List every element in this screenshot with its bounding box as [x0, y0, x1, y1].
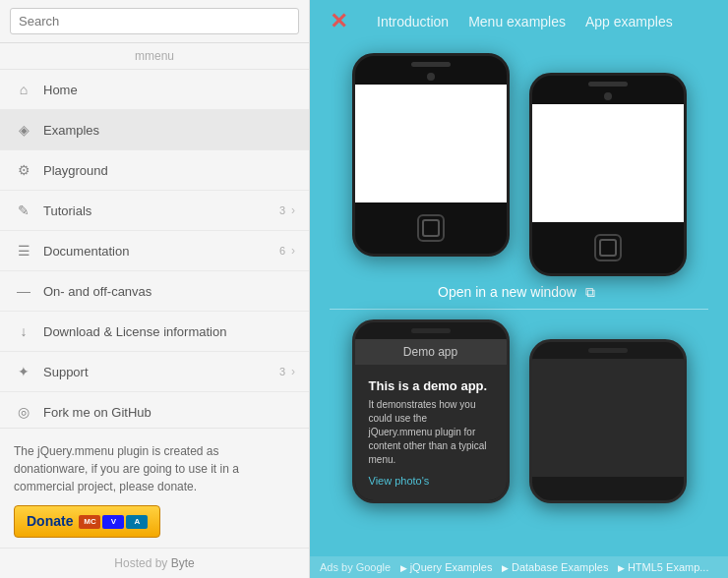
phone-speaker — [411, 62, 451, 67]
open-new-window-link[interactable]: Open in a new window ⧉ — [330, 276, 708, 310]
amex-icon: A — [126, 515, 148, 529]
home-label: Home — [43, 83, 295, 97]
support-label: Support — [43, 365, 279, 379]
bottom-link-jquery[interactable]: jQuery Examples — [400, 561, 492, 573]
view-photos-link[interactable]: View photo's — [369, 475, 493, 487]
demo-app-screen: This is a demo app. It demonstrates how … — [355, 365, 507, 500]
ads-label: Ads by Google — [320, 561, 391, 573]
visa-icon: V — [102, 515, 124, 529]
phones-area — [310, 43, 728, 276]
phone-mockup-1 — [352, 53, 510, 257]
hosted-by-text: Hosted by — [114, 556, 167, 570]
on-off-canvas-icon: — — [14, 281, 33, 301]
bottom-bar: Ads by Google jQuery Examples Database E… — [310, 556, 728, 578]
search-input[interactable] — [10, 8, 299, 34]
phone-mockup-dark-1: Demo app This is a demo app. It demonstr… — [352, 319, 510, 503]
home-btn-inner — [422, 219, 440, 237]
nav-link-menu-examples[interactable]: Menu examples — [468, 14, 566, 29]
documentation-icon: ☰ — [14, 241, 33, 260]
support-icon: ✦ — [14, 362, 33, 381]
top-nav: ✕ Introduction Menu examples App example… — [310, 0, 728, 43]
brand-label: mmenu — [0, 43, 309, 70]
github-icon: ◎ — [14, 402, 33, 422]
main-content: ✕ Introduction Menu examples App example… — [310, 0, 728, 578]
phone-home-btn — [417, 214, 445, 242]
support-arrow: › — [291, 365, 295, 378]
on-off-canvas-label: On- and off-canvas — [43, 284, 295, 299]
examples-label: Examples — [43, 123, 295, 138]
support-badge: 3 — [279, 366, 285, 377]
nav-item-on-off-canvas[interactable]: —On- and off-canvas — [0, 271, 309, 312]
close-button[interactable]: ✕ — [330, 9, 347, 34]
phones-row2: Demo app This is a demo app. It demonstr… — [310, 310, 728, 503]
tutorials-label: Tutorials — [43, 203, 279, 218]
nav-link-introduction[interactable]: Introduction — [377, 14, 449, 29]
phone-home-btn-2 — [594, 234, 622, 261]
demo-app-title: This is a demo app. — [369, 378, 493, 393]
home-btn-inner-2 — [599, 239, 617, 257]
card-icons: MC V A — [79, 515, 148, 529]
phone-camera-2 — [604, 92, 612, 100]
open-link-text: Open in a new window — [438, 284, 576, 300]
documentation-label: Documentation — [43, 244, 279, 259]
home-icon: ⌂ — [14, 80, 33, 99]
phone-speaker-2 — [588, 82, 628, 87]
hosted-by: Hosted by Byte — [0, 548, 309, 578]
nav-item-home[interactable]: ⌂Home — [0, 70, 309, 110]
phone-mockup-dark-2 — [529, 339, 687, 503]
demo-app-description: It demonstrates how you could use the jQ… — [369, 398, 493, 467]
open-link-icon: ⧉ — [585, 284, 595, 300]
donate-button[interactable]: Donate MC V A — [14, 505, 160, 538]
search-box — [0, 0, 309, 43]
dark-phone-screen-2 — [532, 359, 684, 477]
nav-item-playground[interactable]: ⚙Playground — [0, 150, 309, 191]
playground-icon: ⚙ — [14, 160, 33, 180]
tutorials-badge: 3 — [279, 204, 285, 216]
nav-items: ⌂Home◈Examples⚙Playground✎Tutorials3›☰Do… — [0, 70, 309, 428]
nav-item-support[interactable]: ✦Support3› — [0, 352, 309, 392]
download-label: Download & License information — [43, 324, 295, 339]
examples-icon: ◈ — [14, 120, 33, 140]
documentation-badge: 6 — [279, 245, 285, 257]
nav-item-github[interactable]: ◎Fork me on GitHub — [0, 392, 309, 428]
dark-phone-speaker-2 — [588, 348, 628, 353]
dark-phone-speaker — [411, 328, 451, 333]
demo-app-header: Demo app — [355, 339, 507, 365]
phone-mockup-2 — [529, 73, 687, 276]
hosted-by-link[interactable]: Byte — [171, 556, 195, 570]
documentation-arrow: › — [291, 244, 295, 258]
github-label: Fork me on GitHub — [43, 405, 295, 420]
tutorials-icon: ✎ — [14, 201, 33, 220]
phone-screen-2 — [532, 104, 684, 222]
bottom-link-database[interactable]: Database Examples — [502, 561, 608, 573]
phone-screen-1 — [355, 85, 507, 202]
donate-text: The jQuery.mmenu plugin is created as do… — [14, 444, 239, 493]
nav-item-download[interactable]: ↓Download & License information — [0, 312, 309, 352]
phone-camera — [427, 73, 435, 81]
tutorials-arrow: › — [291, 203, 295, 217]
nav-item-documentation[interactable]: ☰Documentation6› — [0, 231, 309, 271]
playground-label: Playground — [43, 163, 295, 178]
paypal-label: Donate — [27, 511, 73, 532]
nav-item-examples[interactable]: ◈Examples — [0, 110, 309, 150]
sidebar: mmenu ⌂Home◈Examples⚙Playground✎Tutorial… — [0, 0, 310, 578]
bottom-link-html5[interactable]: HTML5 Examp... — [618, 561, 708, 573]
nav-link-app-examples[interactable]: App examples — [585, 14, 673, 29]
download-icon: ↓ — [14, 321, 33, 341]
nav-item-tutorials[interactable]: ✎Tutorials3› — [0, 191, 309, 231]
donate-section: The jQuery.mmenu plugin is created as do… — [0, 428, 309, 548]
mastercard-icon: MC — [79, 515, 100, 529]
